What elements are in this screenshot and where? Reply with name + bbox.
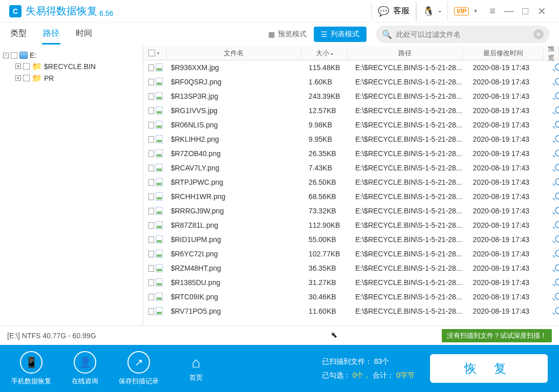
table-row[interactable]: $R06NLIS.png9.98KBE:\$RECYCLE.BIN\S-1-5-… bbox=[143, 118, 559, 132]
file-name: $R87Z81L.png bbox=[167, 221, 305, 229]
header-date[interactable]: 最后修改时间 bbox=[463, 46, 544, 60]
minimize-button[interactable]: — bbox=[501, 5, 517, 17]
table-row[interactable]: $RRRGJ9W.png73.32KBE:\$RECYCLE.BIN\S-1-5… bbox=[143, 204, 559, 218]
clear-search-button[interactable]: ✕ bbox=[533, 29, 544, 39]
maximize-button[interactable]: □ bbox=[517, 5, 533, 17]
row-checkbox[interactable] bbox=[148, 208, 154, 214]
file-name: $RID1UPM.png bbox=[167, 235, 305, 244]
table-row[interactable]: $RV71PO5.png11.60KBE:\$RECYCLE.BIN\S-1-5… bbox=[143, 304, 559, 318]
row-checkbox[interactable] bbox=[148, 294, 154, 300]
table-row[interactable]: $R6YC72I.png102.77KBE:\$RECYCLE.BIN\S-1-… bbox=[143, 247, 559, 261]
header-preview[interactable]: 预览 bbox=[544, 46, 559, 60]
table-row[interactable]: $RTPJPWC.png26.50KBE:\$RECYCLE.BIN\S-1-5… bbox=[143, 175, 559, 189]
tab-type[interactable]: 类型 bbox=[9, 24, 28, 45]
table-row[interactable]: $R13SP3R.jpg243.39KBE:\$RECYCLE.BIN\S-1-… bbox=[143, 89, 559, 103]
table-row[interactable]: $R87Z81L.png112.90KBE:\$RECYCLE.BIN\S-1-… bbox=[143, 218, 559, 232]
row-checkbox[interactable] bbox=[148, 279, 154, 286]
menu-button[interactable]: ≡ bbox=[484, 5, 501, 17]
row-checkbox[interactable] bbox=[148, 107, 154, 114]
chevron-down-icon[interactable]: ▾ bbox=[157, 51, 160, 56]
row-checkbox[interactable] bbox=[148, 150, 154, 157]
table-row[interactable]: $RID1UPM.png55.00KBE:\$RECYCLE.BIN\S-1-5… bbox=[143, 232, 559, 247]
table-row[interactable]: $R1385DU.png31.27KBE:\$RECYCLE.BIN\S-1-5… bbox=[143, 275, 559, 290]
scanned-prefix: 已扫描到文件： bbox=[322, 357, 372, 365]
file-size: 36.35KB bbox=[305, 264, 351, 272]
collapse-icon[interactable]: − bbox=[3, 53, 9, 58]
table-row[interactable]: $RKLIHH2.png9.95KBE:\$RECYCLE.BIN\S-1-5-… bbox=[143, 132, 559, 146]
file-size: 102.77KB bbox=[305, 250, 351, 258]
image-file-icon bbox=[156, 221, 163, 229]
header-name[interactable]: 文件名 bbox=[166, 46, 302, 60]
row-checkbox[interactable] bbox=[148, 64, 154, 71]
table-row[interactable]: $RCHH1WR.png68.56KBE:\$RECYCLE.BIN\S-1-5… bbox=[143, 189, 559, 204]
row-checkbox[interactable] bbox=[148, 122, 154, 128]
image-file-icon bbox=[156, 92, 163, 100]
tree-item-pr[interactable]: + 📁 PR bbox=[3, 72, 140, 84]
account-button[interactable]: 🐧 - bbox=[416, 2, 447, 20]
table-row[interactable]: $RCAV7LY.png7.43KBE:\$RECYCLE.BIN\S-1-5-… bbox=[143, 161, 559, 175]
tab-path[interactable]: 路径 bbox=[42, 24, 60, 45]
export-icon: ↗ bbox=[127, 351, 150, 374]
row-checkbox[interactable] bbox=[148, 265, 154, 272]
file-list-header: ▾ 文件名 大小▴ 路径 最后修改时间 预览 bbox=[143, 46, 559, 60]
tab-time[interactable]: 时间 bbox=[75, 24, 93, 45]
table-row[interactable]: $RTC09IK.png30.46KBE:\$RECYCLE.BIN\S-1-5… bbox=[143, 290, 559, 304]
file-date: 2020-08-19 17:43 bbox=[469, 250, 551, 258]
deep-scan-hint[interactable]: 没有扫描到文件？试试深度扫描！ bbox=[442, 329, 552, 342]
tree-checkbox[interactable] bbox=[23, 63, 30, 70]
row-checkbox[interactable] bbox=[148, 179, 154, 186]
list-mode-label: 列表模式 bbox=[331, 30, 359, 39]
service-button[interactable]: 💬 客服 bbox=[371, 2, 416, 20]
image-file-icon bbox=[156, 78, 163, 86]
file-date: 2020-08-19 17:43 bbox=[469, 307, 551, 315]
search-box[interactable]: 🔍 ✕ bbox=[376, 26, 550, 43]
row-checkbox[interactable] bbox=[148, 136, 154, 143]
row-checkbox[interactable] bbox=[148, 93, 154, 100]
file-path: E:\$RECYCLE.BIN\S-1-5-21-28... bbox=[351, 106, 469, 115]
status-bar: [E:\] NTFS 40.77G - 60.99G ⬉ 没有扫描到文件？试试深… bbox=[0, 325, 559, 345]
header-size[interactable]: 大小▴ bbox=[302, 46, 348, 60]
header-check[interactable]: ▾ bbox=[143, 46, 166, 60]
expand-icon[interactable]: + bbox=[15, 63, 21, 69]
image-file-icon bbox=[156, 207, 163, 215]
row-checkbox[interactable] bbox=[148, 308, 154, 315]
vip-button[interactable]: VIP ▼ bbox=[448, 5, 484, 17]
row-checkbox[interactable] bbox=[148, 165, 154, 171]
file-size: 73.32KB bbox=[305, 207, 351, 215]
consult-button[interactable]: 👤 在线咨询 bbox=[72, 351, 98, 386]
table-row[interactable]: $R936XXM.jpg115.48KBE:\$RECYCLE.BIN\S-1-… bbox=[143, 60, 559, 75]
file-list-body[interactable]: $R936XXM.jpg115.48KBE:\$RECYCLE.BIN\S-1-… bbox=[143, 60, 559, 325]
tree-root[interactable]: − E: bbox=[3, 50, 140, 60]
folder-icon: 📁 bbox=[32, 73, 42, 83]
recover-button[interactable]: 恢 复 bbox=[430, 354, 548, 383]
table-row[interactable]: $RZM48HT.png36.35KBE:\$RECYCLE.BIN\S-1-5… bbox=[143, 261, 559, 275]
tree-checkbox[interactable] bbox=[11, 52, 17, 59]
expand-icon[interactable]: + bbox=[15, 75, 21, 81]
folder-tree[interactable]: − E: + 📁 $RECYCLE.BIN + 📁 PR bbox=[0, 46, 143, 325]
tree-item-label: $RECYCLE.BIN bbox=[44, 62, 96, 71]
row-checkbox[interactable] bbox=[148, 251, 154, 257]
row-checkbox[interactable] bbox=[148, 236, 154, 243]
tree-item-recycle[interactable]: + 📁 $RECYCLE.BIN bbox=[3, 60, 140, 72]
preview-mode-button[interactable]: ▦ 预览模式 bbox=[261, 27, 314, 42]
save-record-button[interactable]: ↗ 保存扫描记录 bbox=[119, 351, 159, 386]
row-checkbox[interactable] bbox=[148, 79, 154, 85]
table-row[interactable]: $RG1IVVS.jpg12.57KBE:\$RECYCLE.BIN\S-1-5… bbox=[143, 103, 559, 118]
tree-checkbox[interactable] bbox=[23, 75, 30, 81]
home-button[interactable]: ⌂ 首页 bbox=[189, 355, 203, 382]
mobile-recover-button[interactable]: 📱 手机数据恢复 bbox=[11, 351, 51, 386]
table-row[interactable]: $RF0QSRJ.png1.60KBE:\$RECYCLE.BIN\S-1-5-… bbox=[143, 75, 559, 89]
header-path[interactable]: 路径 bbox=[348, 46, 463, 60]
file-name: $RKLIHH2.png bbox=[167, 135, 305, 143]
select-all-checkbox[interactable] bbox=[148, 50, 155, 56]
search-input[interactable] bbox=[396, 30, 533, 38]
image-file-icon bbox=[156, 293, 163, 301]
list-icon: ☰ bbox=[321, 30, 328, 38]
file-path: E:\$RECYCLE.BIN\S-1-5-21-28... bbox=[351, 149, 469, 158]
close-button[interactable]: ✕ bbox=[533, 5, 550, 17]
row-checkbox[interactable] bbox=[148, 193, 154, 200]
row-checkbox[interactable] bbox=[148, 222, 154, 229]
app-logo-icon: C bbox=[9, 5, 22, 17]
table-row[interactable]: $R7ZOB40.png26.35KBE:\$RECYCLE.BIN\S-1-5… bbox=[143, 146, 559, 161]
list-mode-button[interactable]: ☰ 列表模式 bbox=[314, 27, 367, 42]
